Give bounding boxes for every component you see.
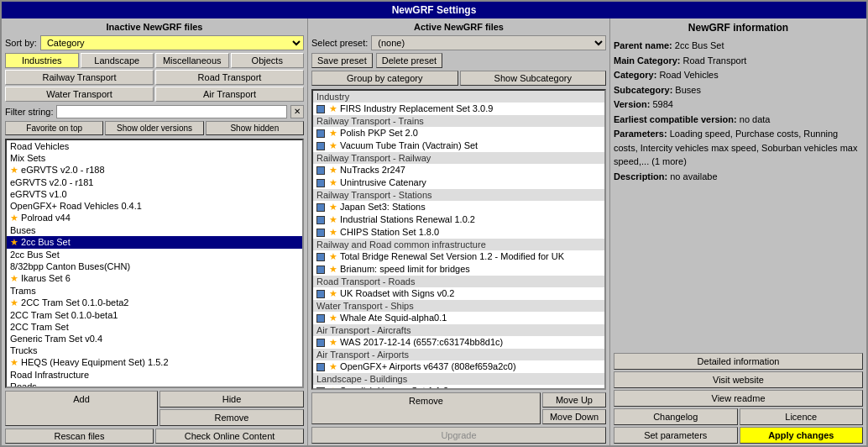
- category-value: Road Vehicles: [659, 70, 718, 80]
- list-item[interactable]: Trucks: [7, 344, 302, 356]
- tab-air-transport[interactable]: Air Transport: [155, 87, 304, 102]
- tab-railway-transport[interactable]: Railway Transport: [5, 70, 154, 85]
- detailed-info-btn[interactable]: Detailed information: [614, 353, 863, 370]
- active-list-item[interactable]: ★ NuTracks 2r247: [313, 164, 604, 176]
- active-list-item[interactable]: ★ Japan Set3: Stations: [313, 201, 604, 213]
- main-category-row: Main Category: Road Transport: [614, 54, 863, 68]
- list-item[interactable]: OpenGFX+ Road Vehicles 0.4.1: [7, 200, 302, 212]
- parent-name-label: Parent name:: [614, 40, 672, 50]
- middle-remove-btn[interactable]: Remove: [311, 392, 541, 424]
- tab-road-transport[interactable]: Road Transport: [155, 70, 304, 85]
- list-group-header[interactable]: Air Transport - Airports: [313, 349, 604, 360]
- tab-miscellaneous[interactable]: Miscellaneous: [155, 53, 229, 68]
- preset-select[interactable]: (none): [371, 35, 606, 50]
- list-item[interactable]: Roads: [7, 381, 302, 388]
- active-list-item[interactable]: ★ CHIPS Station Set 1.8.0: [313, 226, 604, 239]
- tab-landscape[interactable]: Landscape: [81, 53, 154, 68]
- title-bar: NewGRF Settings: [2, 2, 866, 18]
- list-group-header[interactable]: Railway Transport - Stations: [313, 189, 604, 201]
- move-up-btn[interactable]: Move Up: [542, 392, 606, 408]
- parent-name-value: 2cc Bus Set: [675, 40, 724, 50]
- middle-bottom-right: Move Up Move Down: [542, 392, 606, 424]
- middle-bottom-row: Remove Move Up Move Down: [311, 392, 606, 424]
- list-group-header[interactable]: Water Transport - Ships: [313, 300, 604, 312]
- main-category-label: Main Category:: [614, 55, 680, 66]
- delete-preset-btn[interactable]: Delete preset: [376, 53, 442, 68]
- show-older-btn[interactable]: Show older versions: [105, 121, 203, 135]
- upgrade-btn[interactable]: Upgrade: [311, 427, 606, 444]
- active-list-item[interactable]: ★ Swedish Houses Set 1.1.2: [313, 385, 604, 390]
- list-item[interactable]: ★ 2CC Tram Set 0.1.0-beta2: [7, 297, 302, 309]
- tab-water-transport[interactable]: Water Transport: [5, 87, 154, 102]
- active-list-item[interactable]: ★ Unintrusive Catenary: [313, 176, 604, 189]
- active-list-item[interactable]: ★ Whale Ate Squid-alpha0.1: [313, 312, 604, 324]
- left-panel: Inactive NewGRF files Sort by: Category …: [2, 18, 308, 447]
- list-item[interactable]: ★ Polroad v44: [7, 212, 302, 224]
- sort-label: Sort by:: [5, 38, 37, 48]
- list-item[interactable]: ★ eGRVTS v2.0 - r188: [7, 164, 302, 176]
- list-group-header[interactable]: Railway Transport - Trains: [313, 115, 604, 127]
- option-row: Favorite on top Show older versions Show…: [5, 121, 304, 135]
- list-item[interactable]: eGRVTS v2.0 - r181: [7, 176, 302, 188]
- active-list-item[interactable]: ★ FIRS Industry Replacement Set 3.0.9: [313, 103, 604, 115]
- list-group-header[interactable]: Road Transport - Roads: [313, 276, 604, 287]
- rescan-btn[interactable]: Rescan files: [5, 429, 154, 444]
- list-group-header[interactable]: Railway Transport - Railway: [313, 152, 604, 164]
- active-list-item[interactable]: ★ UK Roadset with Signs v0.2: [313, 287, 604, 300]
- list-item[interactable]: Generic Tram Set v0.4: [7, 333, 302, 344]
- list-item[interactable]: ★ 2cc Bus Set: [7, 236, 302, 249]
- info-title: NewGRF information: [614, 22, 863, 34]
- visit-website-btn[interactable]: Visit website: [614, 371, 863, 388]
- check-online-btn[interactable]: Check Online Content: [155, 429, 304, 444]
- active-list-item[interactable]: ★ Total Bridge Renewal Set Version 1.2 -…: [313, 250, 604, 263]
- active-list-item[interactable]: ★ Vacuum Tube Train (Vactrain) Set: [313, 139, 604, 152]
- hide-button[interactable]: Hide: [159, 391, 304, 408]
- list-item[interactable]: eGRVTS v1.0: [7, 188, 302, 200]
- list-item[interactable]: Road Vehicles: [7, 140, 302, 152]
- filter-tabs: Industries Landscape Miscellaneous Objec…: [5, 53, 304, 68]
- list-item[interactable]: Mix Sets: [7, 152, 302, 164]
- list-item[interactable]: 2cc Bus Set: [7, 249, 302, 260]
- description-value: no availabe: [670, 171, 717, 181]
- sort-select[interactable]: Category: [40, 35, 304, 50]
- active-list-item[interactable]: ★ Polish PKP Set 2.0: [313, 127, 604, 139]
- licence-btn[interactable]: Licence: [740, 408, 864, 425]
- list-item[interactable]: 2CC Tram Set 0.1.0-beta1: [7, 309, 302, 321]
- list-item[interactable]: Trams: [7, 285, 302, 297]
- middle-panel-title: Active NewGRF files: [311, 22, 606, 32]
- add-button[interactable]: Add: [5, 391, 158, 426]
- list-item[interactable]: Road Infrastructure: [7, 369, 302, 381]
- list-item[interactable]: Buses: [7, 224, 302, 236]
- apply-changes-btn[interactable]: Apply changes: [740, 427, 864, 444]
- earliest-label: Earliest compatible version:: [614, 114, 737, 124]
- tab-industries[interactable]: Industries: [5, 53, 79, 68]
- favorite-on-top-btn[interactable]: Favorite on top: [5, 121, 103, 135]
- list-group-header[interactable]: Air Transport - Aircrafts: [313, 324, 604, 336]
- list-group-header[interactable]: Railway and Road common infrastructure: [313, 239, 604, 250]
- list-item[interactable]: 2CC Tram Set: [7, 321, 302, 333]
- list-group-header[interactable]: Landscape - Buildings: [313, 373, 604, 385]
- list-item[interactable]: 8/32bpp Canton Buses(CHN): [7, 260, 302, 272]
- list-item[interactable]: ★ Ikarus Set 6: [7, 272, 302, 285]
- filter-clear-btn[interactable]: ✕: [290, 105, 304, 118]
- tab-objects[interactable]: Objects: [231, 53, 305, 68]
- active-list[interactable]: Industry ★ FIRS Industry Replacement Set…: [311, 89, 606, 390]
- save-preset-btn[interactable]: Save preset: [311, 53, 373, 68]
- active-list-item[interactable]: ★ Brianum: speed limit for bridges: [313, 263, 604, 276]
- list-group-header[interactable]: Industry: [313, 91, 604, 103]
- active-list-item[interactable]: ★ Industrial Stations Renewal 1.0.2: [313, 213, 604, 226]
- active-list-item[interactable]: ★ OpenGFX+ Airports v6437 (808ef659a2c0): [313, 360, 604, 373]
- list-item[interactable]: ★ HEQS (Heavy Equipment Set) 1.5.2: [7, 356, 302, 369]
- changelog-btn[interactable]: Changelog: [614, 408, 738, 425]
- move-down-btn[interactable]: Move Down: [542, 409, 606, 424]
- remove-button[interactable]: Remove: [159, 409, 304, 426]
- active-list-item[interactable]: ★ WAS 2017-12-14 (6557:c63174bb8d1c): [313, 336, 604, 349]
- show-subcategory-btn[interactable]: Show Subcategory: [460, 71, 607, 86]
- group-by-category-btn[interactable]: Group by category: [311, 71, 458, 86]
- view-readme-btn[interactable]: View readme: [614, 390, 863, 407]
- set-parameters-btn[interactable]: Set parameters: [614, 427, 738, 444]
- filter-input[interactable]: [56, 105, 287, 118]
- inactive-list[interactable]: Road Vehicles Mix Sets ★ eGRVTS v2.0 - r…: [5, 139, 304, 388]
- show-hidden-btn[interactable]: Show hidden: [206, 121, 304, 135]
- middle-panel: Active NewGRF files Select preset: (none…: [308, 18, 610, 447]
